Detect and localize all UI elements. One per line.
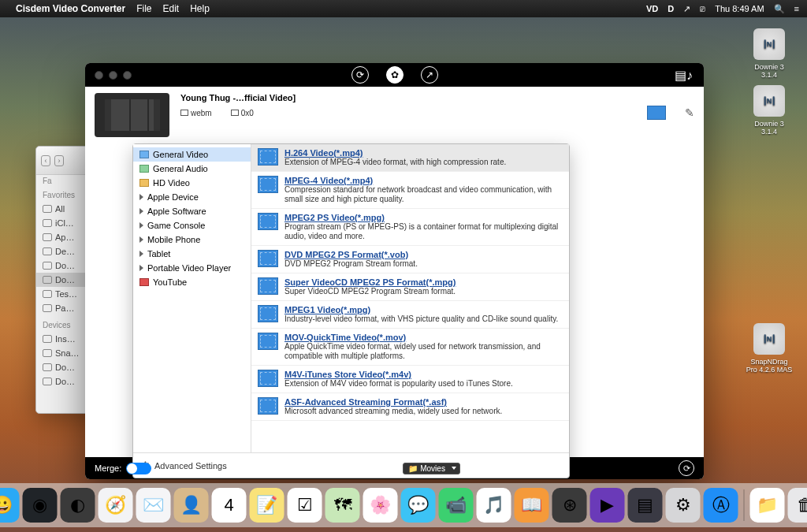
convert-tab-icon[interactable]: ⟳ bbox=[351, 66, 369, 84]
advanced-settings-button[interactable]: Advanced Settings bbox=[154, 461, 227, 471]
folder-icon bbox=[43, 363, 52, 371]
folder-icon bbox=[43, 276, 52, 284]
format-description: Program stream (PS or MPEG-PS) is a cont… bbox=[284, 222, 563, 241]
dock-finder[interactable]: 😀 bbox=[0, 488, 20, 523]
category-label: Mobile Phone bbox=[147, 235, 200, 244]
dock-cisdem[interactable]: ▶ bbox=[590, 488, 625, 523]
category-label: YouTube bbox=[153, 277, 187, 287]
dock-messages[interactable]: 💬 bbox=[401, 488, 436, 523]
dock-appstore-alt[interactable]: ⊛ bbox=[552, 488, 587, 523]
dock-photos[interactable]: 🌸 bbox=[363, 488, 398, 523]
start-convert-button[interactable]: ⟳ bbox=[679, 460, 694, 476]
category-item[interactable]: Apple Device bbox=[133, 190, 251, 204]
finder-item-label: Do… bbox=[55, 275, 75, 285]
category-item[interactable]: YouTube bbox=[133, 275, 251, 289]
category-icon bbox=[139, 265, 143, 271]
dock-facetime[interactable]: 📹 bbox=[439, 488, 474, 523]
format-item[interactable]: H.264 Video(*.mp4)Extension of MPEG-4 vi… bbox=[251, 144, 569, 172]
format-description: DVD MPEG2 Program Stream format. bbox=[284, 259, 563, 269]
category-item[interactable]: Portable Video Player bbox=[133, 261, 251, 275]
desktop-icon[interactable]: ┃N┃Downie 3 3.1.4 bbox=[746, 85, 793, 136]
dock-reminders[interactable]: ☑ bbox=[288, 488, 322, 523]
zoom-button[interactable] bbox=[123, 71, 132, 80]
dock-siri[interactable]: ◉ bbox=[23, 488, 58, 523]
folder-icon bbox=[43, 290, 52, 298]
format-picker-button[interactable] bbox=[647, 106, 666, 120]
dock-calendar[interactable]: 4 bbox=[212, 488, 247, 523]
dock-safari[interactable]: 🧭 bbox=[99, 488, 133, 523]
dock-separator bbox=[744, 489, 745, 521]
merge-toggle[interactable] bbox=[126, 463, 151, 474]
category-item[interactable]: General Audio bbox=[133, 162, 251, 176]
spotlight-icon[interactable]: 🔍 bbox=[774, 4, 785, 14]
category-item[interactable]: Apple Software bbox=[133, 204, 251, 218]
status-display-icon[interactable]: ⎚ bbox=[700, 4, 705, 13]
video-thumbnail[interactable] bbox=[95, 93, 169, 137]
menubar: Cisdem Video Converter File Edit Help VD… bbox=[0, 0, 807, 17]
dock-notes[interactable]: 📝 bbox=[250, 488, 284, 523]
desktop-icon[interactable]: ┃N┃SnapNDrag Pro 4.2.6 MAS bbox=[746, 323, 793, 374]
download-tab-icon[interactable]: ✿ bbox=[386, 66, 404, 84]
share-tab-icon[interactable]: ↗ bbox=[421, 66, 438, 84]
format-item[interactable]: MPEG2 PS Video(*.mpg)Program stream (PS … bbox=[251, 209, 569, 246]
menubar-clock[interactable]: Thu 8:49 AM bbox=[715, 4, 764, 13]
dock-activity[interactable]: ▤ bbox=[628, 488, 663, 523]
folder-icon bbox=[43, 205, 52, 213]
nav-forward-button[interactable]: › bbox=[54, 155, 64, 166]
format-item[interactable]: DVD MPEG2 PS Format(*.vob)DVD MPEG2 Prog… bbox=[251, 246, 569, 273]
nav-back-button[interactable]: ‹ bbox=[41, 155, 50, 166]
finder-item-label: Do… bbox=[55, 377, 75, 386]
dock-dashboard[interactable]: ◐ bbox=[61, 488, 95, 523]
cisdem-window: ⟳ ✿ ↗ ▤♪ Young Thug -…fficial Video] web… bbox=[85, 63, 704, 479]
category-label: Apple Device bbox=[147, 192, 199, 202]
format-item[interactable]: MPEG-4 Video(*.mp4)Compression standard … bbox=[251, 172, 569, 209]
output-folder-dropdown[interactable]: 📁 Movies bbox=[403, 463, 459, 474]
dock-settings[interactable]: ⚙ bbox=[666, 488, 701, 523]
finder-item-label: All bbox=[55, 204, 65, 214]
category-item[interactable]: HD Video bbox=[133, 176, 251, 190]
menu-edit[interactable]: Edit bbox=[163, 3, 180, 14]
format-item[interactable]: MOV-QuickTime Video(*.mov)Apple QuickTim… bbox=[251, 329, 569, 366]
dock-maps[interactable]: 🗺 bbox=[325, 488, 360, 523]
dock-downloads[interactable]: 📁 bbox=[750, 488, 785, 523]
close-button[interactable] bbox=[95, 71, 103, 80]
minimize-button[interactable] bbox=[109, 71, 117, 80]
status-vd-icon[interactable]: VD bbox=[646, 4, 658, 13]
dock-appstore[interactable]: Ⓐ bbox=[704, 488, 738, 523]
category-item[interactable]: Mobile Phone bbox=[133, 233, 251, 247]
video-dimensions: 0x0 bbox=[241, 109, 254, 117]
dock-ibooks[interactable]: 📖 bbox=[515, 488, 549, 523]
category-icon bbox=[139, 208, 143, 214]
dock-itunes[interactable]: 🎵 bbox=[477, 488, 511, 523]
format-item[interactable]: ASF-Advanced Streaming Format(*.asf)Micr… bbox=[251, 393, 569, 421]
menu-app-name[interactable]: Cisdem Video Converter bbox=[16, 3, 125, 14]
format-name: H.264 Video(*.mp4) bbox=[284, 148, 563, 158]
menu-file[interactable]: File bbox=[136, 3, 151, 14]
category-item[interactable]: Game Console bbox=[133, 218, 251, 233]
edit-icon[interactable]: ✎ bbox=[685, 106, 694, 119]
dock-contacts[interactable]: 👤 bbox=[174, 488, 209, 523]
status-share-icon[interactable]: ↗ bbox=[683, 4, 690, 14]
finder-item-label: Sna… bbox=[55, 348, 80, 358]
status-d-icon[interactable]: D bbox=[668, 4, 674, 13]
desktop-icon-label: SnapNDrag Pro 4.2.6 MAS bbox=[746, 358, 793, 374]
category-item[interactable]: General Video bbox=[133, 147, 251, 162]
format-description: Extension of M4V video format is popular… bbox=[284, 379, 563, 389]
dock-trash[interactable]: 🗑 bbox=[788, 488, 808, 523]
category-icon bbox=[139, 236, 143, 243]
format-item[interactable]: Super VideoCD MPEG2 PS Format(*.mpg)Supe… bbox=[251, 273, 569, 301]
menu-list-icon[interactable]: ≡ bbox=[794, 4, 799, 13]
dock-mail[interactable]: ✉️ bbox=[136, 488, 171, 523]
menu-help[interactable]: Help bbox=[190, 3, 210, 14]
desktop-icon[interactable]: ┃N┃Downie 3 3.1.4 bbox=[746, 28, 793, 79]
finder-item-label: Tes… bbox=[55, 289, 77, 299]
playlist-icon[interactable]: ▤♪ bbox=[675, 68, 693, 83]
category-item[interactable]: Tablet bbox=[133, 247, 251, 261]
category-icon bbox=[139, 179, 149, 187]
category-icon bbox=[139, 222, 143, 229]
format-item[interactable]: M4V-iTunes Store Video(*.m4v)Extension o… bbox=[251, 366, 569, 393]
format-item[interactable]: MPEG1 Video(*.mpg)Industry-level video f… bbox=[251, 301, 569, 329]
desktop-icon-label: Downie 3 3.1.4 bbox=[746, 63, 793, 79]
format-name: MOV-QuickTime Video(*.mov) bbox=[284, 333, 563, 342]
folder-icon bbox=[43, 219, 52, 227]
